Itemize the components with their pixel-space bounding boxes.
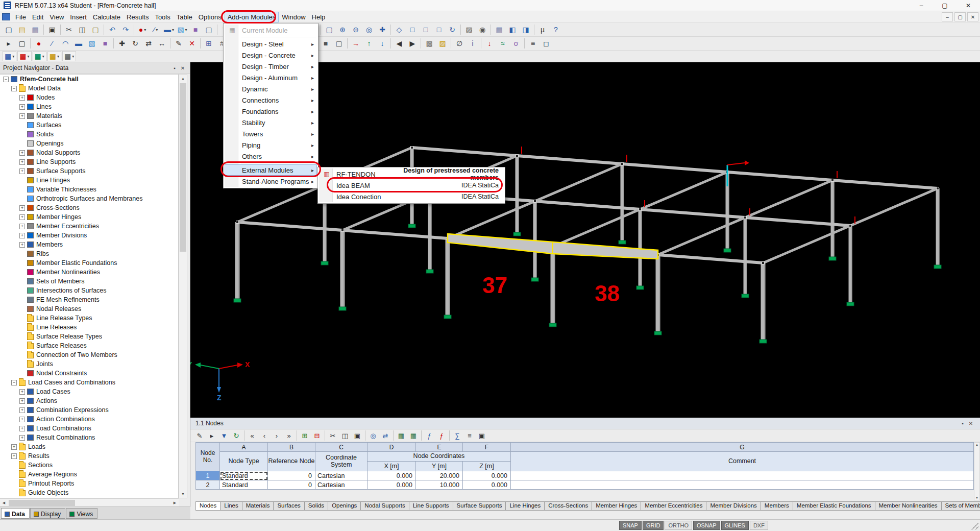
paste-button[interactable]: ▢ <box>89 23 102 36</box>
tree-item-line-release-types[interactable]: +Line Release Types <box>0 313 178 323</box>
resize-grip[interactable] <box>971 522 978 529</box>
column-letter-a[interactable]: A <box>220 443 268 452</box>
table-paste-button[interactable]: ▣ <box>352 430 363 441</box>
result-tables-button[interactable]: ▦▾ <box>33 51 46 61</box>
insert-node-button[interactable]: ●▾ <box>136 23 149 36</box>
deformation-display-button[interactable]: ≈ <box>497 37 509 50</box>
cell-coordinate-system[interactable]: Cartesian <box>315 471 368 480</box>
tree-item-lines[interactable]: +Lines <box>0 102 178 111</box>
close-icon[interactable]: ✕ <box>179 64 187 72</box>
expand-icon[interactable]: + <box>19 426 25 431</box>
expand-icon[interactable]: + <box>19 224 25 229</box>
pin-icon[interactable]: ▪ <box>959 419 967 427</box>
view-xz-button[interactable]: □ <box>420 23 432 36</box>
new-node-button[interactable]: ● <box>33 37 45 50</box>
cell-y[interactable]: 10.000 <box>416 480 463 490</box>
tree-item-member-divisions[interactable]: +Member Divisions <box>0 231 178 240</box>
expand-icon[interactable]: + <box>19 205 25 211</box>
submenu-item-idea-beam[interactable]: Idea BEAMIDEA StatiCa <box>319 180 504 191</box>
menu-item-external-modules[interactable]: External Modules▸ <box>225 164 317 176</box>
status-toggle-snap[interactable]: SNAP <box>619 521 642 530</box>
scrollbar-thumb[interactable] <box>9 500 75 506</box>
mirror-object-button[interactable]: ⇄ <box>142 37 155 50</box>
delete-object-button[interactable]: ✕ <box>186 37 198 50</box>
pin-icon[interactable]: ▪ <box>170 64 179 72</box>
object-info-button[interactable]: i <box>467 37 479 50</box>
cell-comment[interactable] <box>511 471 974 480</box>
section-tables-button[interactable]: ▦▾ <box>47 51 61 61</box>
new-file-button[interactable]: ▢ <box>3 23 15 36</box>
units-settings-button[interactable]: µ <box>536 23 549 36</box>
menu-item-foundations[interactable]: Foundations▸ <box>225 106 317 117</box>
menu-item-design-steel[interactable]: Design - Steel▸ <box>225 38 317 50</box>
insert-solid-button[interactable]: ■ <box>189 23 202 36</box>
scrollbar-thumb[interactable] <box>180 83 186 252</box>
redo-button[interactable]: ↷ <box>119 23 132 36</box>
tree-item-result-combinations[interactable]: +Result Combinations <box>0 433 178 442</box>
zoom-out-button[interactable]: ⊖ <box>350 23 362 36</box>
expand-icon[interactable]: + <box>19 233 25 238</box>
full-screen-button[interactable]: ◻ <box>540 37 552 50</box>
next-row-button[interactable]: › <box>271 430 282 441</box>
menu-item-towers[interactable]: Towers▸ <box>225 128 317 139</box>
tree-item-guide-objects[interactable]: +Guide Objects <box>0 488 178 497</box>
table-tab-member-eccentricities[interactable]: Member Eccentricities <box>641 501 706 511</box>
zoom-all-button[interactable]: ◎ <box>363 23 375 36</box>
tree-item-nodal-constraints[interactable]: +Nodal Constraints <box>0 369 178 378</box>
tree-item-members[interactable]: +Members <box>0 240 178 249</box>
expand-icon[interactable]: + <box>19 389 25 395</box>
table-tab-cross-sections[interactable]: Cross-Sections <box>544 501 592 511</box>
table-tab-member-hinges[interactable]: Member Hinges <box>592 501 641 511</box>
mdi-close-button[interactable]: ✕ <box>967 12 978 21</box>
status-toggle-osnap[interactable]: OSNAP <box>693 521 720 530</box>
menu-options[interactable]: Options <box>195 12 225 22</box>
menu-calculate[interactable]: Calculate <box>90 12 124 22</box>
copy-button[interactable]: ◫ <box>76 23 88 36</box>
view-y-button[interactable]: ↑ <box>363 37 375 50</box>
insert-surface-button[interactable]: ▧▾ <box>176 23 188 36</box>
table-tab-nodal-supports[interactable]: Nodal Supports <box>360 501 409 511</box>
menu-item-piping[interactable]: Piping▸ <box>225 139 317 151</box>
dropdown-caret-icon[interactable]: ▾ <box>185 28 187 32</box>
table-print-button[interactable]: ▣ <box>476 430 487 441</box>
navigator-horizontal-scrollbar[interactable]: ◀ ▶ <box>0 498 179 506</box>
cell-node-type[interactable]: Standard <box>220 471 268 480</box>
row-header[interactable]: 1 <box>196 471 220 480</box>
pan-view-button[interactable]: ✚ <box>376 23 388 36</box>
open-file-button[interactable]: ▤ <box>16 23 28 36</box>
table-tab-surface-supports[interactable]: Surface Supports <box>453 501 506 511</box>
tree-item-cross-sections[interactable]: +Cross-Sections <box>0 203 178 212</box>
collapse-icon[interactable]: − <box>11 380 17 385</box>
dropdown-caret-icon[interactable]: ▾ <box>27 54 29 59</box>
scroll-right-icon[interactable]: ▶ <box>171 501 179 505</box>
tree-item-surface-release-types[interactable]: +Surface Release Types <box>0 332 178 341</box>
collapse-icon[interactable]: − <box>3 77 9 82</box>
tree-item-load-cases[interactable]: +Load Cases <box>0 387 178 396</box>
menu-tools[interactable]: Tools <box>152 12 173 22</box>
dropdown-caret-icon[interactable]: ▾ <box>42 54 44 59</box>
formula-button[interactable]: ƒ <box>424 430 435 441</box>
settings-button[interactable]: ≡ <box>527 37 539 50</box>
insert-row-button[interactable]: ⊞ <box>299 430 310 441</box>
printout-tables-button[interactable]: ▦▾ <box>62 51 76 61</box>
column-letter-f[interactable]: F <box>463 443 511 452</box>
table-vertical-scrollbar[interactable]: ▲▼ <box>974 442 980 500</box>
next-view-button[interactable]: ▶ <box>406 37 419 50</box>
expand-icon[interactable]: + <box>11 453 17 459</box>
table-replace-button[interactable]: ⇄ <box>380 430 391 441</box>
new-surface-button[interactable]: ▧ <box>86 37 98 50</box>
navigator-tab-display[interactable]: Display <box>30 508 65 519</box>
expand-icon[interactable]: + <box>19 150 25 156</box>
status-toggle-grid[interactable]: GRID <box>643 521 664 530</box>
rotate-view-button[interactable]: ↻ <box>446 23 458 36</box>
delete-row-button[interactable]: ⊟ <box>311 430 323 441</box>
table-tab-materials[interactable]: Materials <box>242 501 274 511</box>
close-button[interactable]: ✕ <box>957 0 980 11</box>
expand-icon[interactable]: + <box>19 113 25 119</box>
menu-item-design-timber[interactable]: Design - Timber▸ <box>225 61 317 72</box>
tree-item-intersections-of-surfaces[interactable]: +Intersections of Surfaces <box>0 286 178 295</box>
table-tab-member-divisions[interactable]: Member Divisions <box>706 501 761 511</box>
table-copy-button[interactable]: ◫ <box>339 430 351 441</box>
show-navigator-button[interactable]: ◧ <box>506 23 519 36</box>
tree-item-results[interactable]: +Results <box>0 451 178 461</box>
